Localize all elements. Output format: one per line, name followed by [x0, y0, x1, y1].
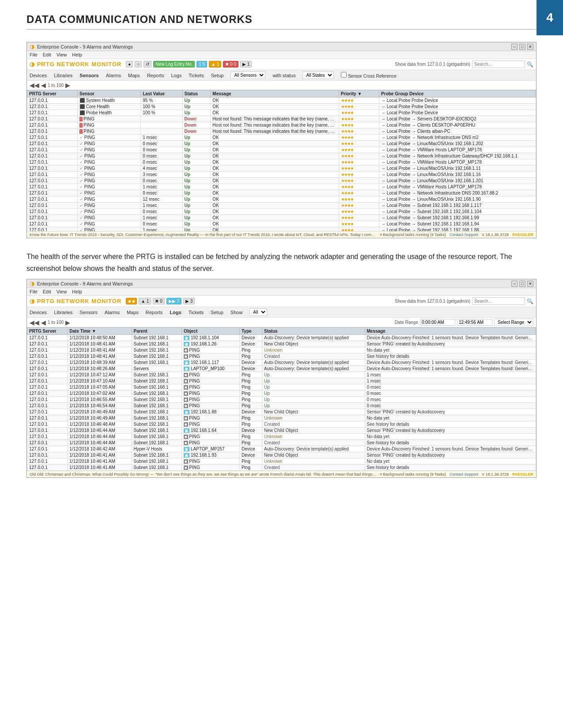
window2-menubar: File Edit View Help: [27, 288, 536, 296]
page-number: 4: [537, 0, 563, 35]
search-input-2[interactable]: [472, 297, 525, 305]
col2-type[interactable]: Type: [239, 328, 262, 335]
nav2-libraries[interactable]: Libraries: [54, 310, 72, 315]
all-states-select[interactable]: All States: [302, 71, 334, 79]
minimize-button[interactable]: –: [511, 44, 518, 50]
table-row: Sensor 'PING' created by Autodiscovery: [365, 428, 536, 434]
nav2-maps[interactable]: Maps: [127, 310, 139, 315]
prev-btn[interactable]: ◀◀: [30, 82, 39, 89]
table-row: 0 msec: [141, 147, 182, 153]
menu-view[interactable]: View: [57, 52, 67, 57]
next-btn[interactable]: ▶: [65, 82, 70, 89]
menu2-edit[interactable]: Edit: [43, 289, 51, 294]
menu2-file[interactable]: File: [30, 289, 38, 294]
col-lastvalue[interactable]: Last Value: [141, 90, 182, 98]
tb-btn-play[interactable]: ▶ 1: [240, 61, 252, 68]
tb2-btn-orange[interactable]: ■ ■: [126, 298, 137, 304]
all-sensors-select[interactable]: All Sensors: [230, 71, 265, 79]
minimize-button-2[interactable]: –: [511, 281, 518, 287]
col2-status[interactable]: Status: [262, 328, 365, 335]
table-row: 127.0.0.1: [27, 446, 68, 452]
col2-object[interactable]: Object: [182, 328, 240, 335]
table-row: Host not found: This message indicates t…: [211, 122, 339, 128]
col-status[interactable]: Status: [182, 90, 211, 98]
nav-setup[interactable]: Setup: [211, 73, 224, 78]
table-row: See history for details: [365, 440, 536, 446]
table-row: ★★★★: [339, 196, 379, 203]
maximize-button[interactable]: □: [519, 44, 525, 50]
contact-support-2[interactable]: Contact Support: [450, 472, 478, 477]
nav-reports[interactable]: Reports: [147, 73, 164, 78]
prev-btn-2a[interactable]: ◀◀: [30, 319, 39, 326]
col2-parent[interactable]: Parent: [132, 328, 182, 335]
sensor-cross-ref-checkbox[interactable]: [341, 72, 347, 78]
next-btn-2[interactable]: ▶: [65, 319, 70, 326]
close-news-btn[interactable]: ✕: [379, 233, 383, 237]
nav-sensors[interactable]: Sensors: [79, 73, 98, 78]
tb2-btn-count2[interactable]: ▲ 1: [139, 298, 151, 304]
menu-edit[interactable]: Edit: [43, 52, 51, 57]
search-icon-2[interactable]: 🔍: [527, 298, 533, 304]
table-row: New Child Object: [262, 409, 365, 415]
statusbar-news-2: Old Old: Christmas and Christmas: What C…: [30, 472, 378, 477]
nav2-sensors[interactable]: Sensors: [79, 310, 97, 315]
select-range-select[interactable]: Select Range: [494, 319, 533, 326]
nav2-logs[interactable]: Logs: [170, 310, 181, 315]
col-server[interactable]: PRTG Server: [27, 90, 78, 98]
search-input-1[interactable]: [472, 60, 525, 68]
nav2-reports[interactable]: Reports: [146, 310, 163, 315]
tb-btn-count-red[interactable]: ✖ 0 0: [223, 61, 238, 68]
col2-server[interactable]: PRTG Server: [27, 328, 68, 335]
tb-btn-refresh[interactable]: ↺: [144, 61, 151, 68]
table-row: ■ PING: [182, 434, 240, 440]
contact-support[interactable]: Contact Support: [450, 233, 478, 237]
prev-btn-2b[interactable]: ◀: [41, 319, 46, 326]
tb2-btn-count4[interactable]: ▶ 3: [183, 298, 195, 304]
nav2-alarms[interactable]: Alarms: [105, 310, 120, 315]
table-row: 1 msec: [141, 215, 182, 221]
table-row: → Local Probe → Network Infrastructure D…: [379, 190, 536, 196]
col2-datetime[interactable]: Date Time ▼: [68, 328, 132, 335]
table-row: ★★★★: [339, 122, 379, 128]
col-probe[interactable]: Probe Group Device: [379, 90, 536, 98]
nav2-tickets[interactable]: Tickets: [189, 310, 204, 315]
version-label-2: V 18.1.36.3728: [482, 472, 509, 477]
menu2-view[interactable]: View: [57, 289, 67, 294]
close-button-2[interactable]: ✕: [527, 281, 533, 287]
toolbar-search: Show data from 127.0.0.1 (getgadmin) 🔍: [395, 60, 533, 68]
menu2-help[interactable]: Help: [72, 289, 82, 294]
menu-help[interactable]: Help: [72, 52, 82, 57]
tb-btn-new-log[interactable]: New Log Entry No.: [153, 61, 195, 68]
table-row: ★★★★: [339, 116, 379, 122]
tb-btn-circle[interactable]: ●: [126, 61, 133, 68]
table-row: → Local Probe → Servers DESKTOP-E0C8DQ2: [379, 116, 536, 122]
tb-btn-count-blue[interactable]: 1 5: [196, 61, 207, 68]
prev-btn2[interactable]: ◀: [41, 82, 46, 89]
close-news-btn-2[interactable]: ✕: [379, 472, 383, 477]
show-all-select[interactable]: All: [249, 308, 267, 316]
table-row: Ping: [239, 353, 262, 360]
search-icon[interactable]: 🔍: [527, 61, 533, 68]
tb2-btn-blue[interactable]: ▶▶ 7: [166, 298, 181, 304]
close-button[interactable]: ✕: [527, 44, 533, 50]
maximize-button-2[interactable]: □: [519, 281, 525, 287]
window2-toolbar: ◑ PRTG NETWORK MONITOR ■ ■ ▲ 1 ✖ 0 ▶▶ 7 …: [27, 296, 536, 307]
nav-tickets[interactable]: Tickets: [189, 73, 204, 78]
nav2-setup[interactable]: Setup: [211, 310, 223, 315]
tb-btn-circle2[interactable]: ○: [135, 61, 142, 68]
col-message[interactable]: Message: [211, 90, 339, 98]
date-to-input[interactable]: [457, 319, 492, 326]
nav-libraries[interactable]: Libraries: [54, 73, 72, 78]
col-sensor[interactable]: Sensor: [78, 90, 141, 98]
nav2-devices[interactable]: Devices: [30, 310, 47, 315]
menu-file[interactable]: File: [30, 52, 38, 57]
col-priority[interactable]: Priority ▼: [339, 90, 379, 98]
nav-maps[interactable]: Maps: [128, 73, 140, 78]
tb2-btn-count3[interactable]: ✖ 0: [153, 298, 164, 304]
tb-btn-count-orange[interactable]: ▲ 1: [209, 61, 221, 68]
nav-logs[interactable]: Logs: [171, 73, 181, 78]
date-from-input[interactable]: [420, 319, 455, 326]
col2-message[interactable]: Message: [365, 328, 536, 335]
nav-alarms[interactable]: Alarms: [106, 73, 121, 78]
nav-devices[interactable]: Devices: [30, 73, 47, 78]
